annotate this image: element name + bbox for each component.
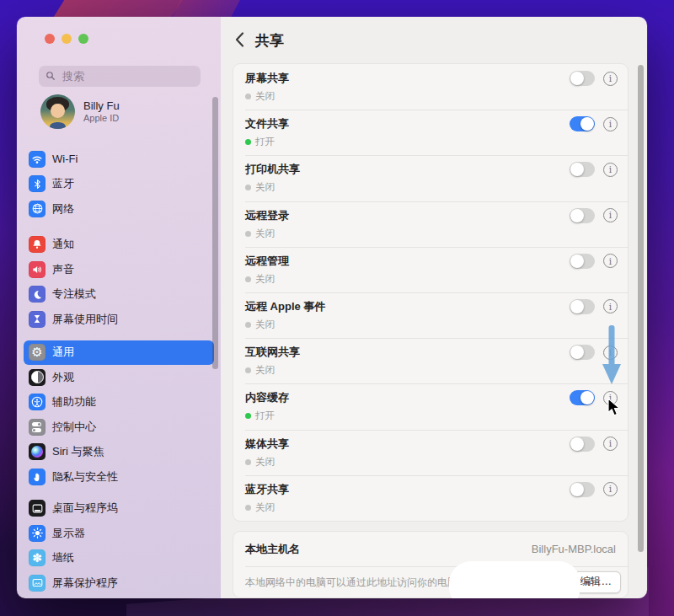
sidebar-item-notifications[interactable]: 通知 (24, 233, 214, 258)
general-icon: ⚙ (29, 344, 45, 361)
back-button[interactable] (232, 31, 247, 48)
sidebar-item-label: 显示器 (52, 526, 85, 541)
sidebar-item-label: 外观 (52, 370, 74, 385)
toggle[interactable] (570, 482, 595, 497)
sidebar-item-label: 隐私与安全性 (52, 469, 118, 485)
search-field[interactable] (39, 66, 201, 87)
info-button[interactable]: i (603, 208, 618, 222)
toggle[interactable] (570, 437, 595, 452)
info-button[interactable]: i (603, 437, 618, 451)
status-dot (245, 322, 251, 328)
displays-icon (29, 525, 45, 542)
service-row: 打印机共享关闭i (233, 155, 628, 201)
service-name: 蓝牙共享 (245, 482, 289, 496)
sidebar-item-wallpaper[interactable]: ✽墙纸 (24, 546, 214, 571)
toggle-knob (570, 483, 584, 496)
sidebar-item-label: 屏幕保护程序 (52, 576, 118, 591)
main-scrollbar[interactable] (638, 65, 644, 552)
toggle[interactable] (570, 254, 595, 269)
services-list: 屏幕共享关闭i文件共享打开i打印机共享关闭i远程登录关闭i远程管理关闭i远程 A… (233, 63, 629, 522)
status-text: 关闭 (255, 181, 275, 194)
toggle-knob (570, 345, 584, 359)
sidebar-group: 通知声音专注模式屏幕使用时间 (17, 233, 221, 332)
apple-id-profile[interactable]: Billy Fu Apple ID (40, 94, 211, 129)
info-button[interactable]: i (603, 299, 618, 313)
system-settings-window: Billy Fu Apple ID Wi-Fi蓝牙网络通知声音专注模式屏幕使用时… (17, 17, 647, 598)
service-status: 关闭 (245, 181, 300, 194)
status-dot (245, 276, 251, 282)
service-row: 媒体共享关闭i (233, 430, 628, 475)
info-icon: i (609, 257, 612, 266)
sidebar-item-bluetooth[interactable]: 蓝牙 (24, 172, 214, 197)
sidebar-item-screen-time[interactable]: 屏幕使用时间 (24, 307, 214, 332)
service-name: 媒体共享 (245, 437, 289, 451)
sidebar-item-label: 墙纸 (52, 550, 74, 565)
status-text: 关闭 (255, 364, 275, 377)
screen-time-icon (29, 311, 45, 328)
privacy-icon (29, 469, 45, 485)
info-icon: i (609, 211, 612, 220)
sidebar-item-label: 声音 (52, 262, 74, 277)
sidebar-nav: Wi-Fi蓝牙网络通知声音专注模式屏幕使用时间⚙通用外观辅助功能控制中心Siri… (17, 147, 221, 596)
info-button[interactable]: i (603, 117, 618, 131)
control-center-icon (29, 419, 45, 436)
sidebar-item-privacy[interactable]: 隐私与安全性 (24, 464, 214, 490)
sidebar-item-sound[interactable]: 声音 (24, 257, 214, 282)
sidebar-item-label: 屏幕使用时间 (52, 312, 118, 327)
info-icon: i (609, 303, 612, 312)
window-controls (17, 17, 221, 44)
minimize-button[interactable] (62, 34, 72, 44)
service-status: 关闭 (245, 90, 289, 103)
sidebar-item-desktop-dock[interactable]: 桌面与程序坞 (24, 496, 214, 522)
status-dot (245, 413, 251, 419)
service-name: 远程登录 (245, 208, 289, 222)
sidebar-item-label: 通用 (52, 345, 74, 360)
service-row: 文件共享打开i (233, 110, 628, 155)
sidebar-item-label: 辅助功能 (52, 394, 96, 410)
search-input[interactable] (61, 69, 182, 83)
hostname-value: BillyFu-MBP.local (532, 543, 616, 555)
status-dot (245, 185, 251, 190)
sidebar-item-control-center[interactable]: 控制中心 (24, 415, 214, 440)
status-text: 关闭 (255, 273, 275, 286)
info-button[interactable]: i (603, 254, 618, 268)
service-status: 打开 (245, 410, 289, 422)
toggle[interactable] (570, 390, 595, 405)
sidebar-item-general[interactable]: ⚙通用 (24, 340, 214, 366)
toggle[interactable] (570, 116, 595, 131)
desktop-dock-icon (29, 500, 45, 517)
sidebar-group: 桌面与程序坞显示器✽墙纸屏幕保护程序 (17, 496, 221, 596)
sidebar-item-wifi[interactable]: Wi-Fi (24, 147, 214, 172)
sharing-pane: 共享 屏幕共享关闭i文件共享打开i打印机共享关闭i远程登录关闭i远程管理关闭i远… (221, 17, 647, 598)
sidebar-item-focus[interactable]: 专注模式 (24, 282, 214, 308)
sidebar-item-siri[interactable]: Siri 与聚焦 (24, 440, 214, 465)
info-button[interactable]: i (603, 482, 618, 496)
toggle[interactable] (570, 208, 595, 223)
status-dot (245, 139, 251, 145)
toggle[interactable] (570, 299, 595, 314)
wallpaper-icon: ✽ (29, 549, 45, 566)
info-icon: i (609, 439, 612, 448)
sidebar-item-accessibility[interactable]: 辅助功能 (24, 390, 214, 415)
appearance-icon (29, 369, 45, 386)
sidebar-item-network[interactable]: 网络 (24, 196, 214, 222)
toggle[interactable] (570, 345, 595, 360)
toggle[interactable] (570, 71, 595, 86)
desktop-background: Billy Fu Apple ID Wi-Fi蓝牙网络通知声音专注模式屏幕使用时… (0, 0, 674, 616)
info-button[interactable]: i (603, 72, 618, 86)
mouse-cursor-icon (607, 398, 623, 418)
zoom-button[interactable] (78, 34, 88, 44)
close-button[interactable] (45, 34, 55, 44)
toggle[interactable] (570, 162, 595, 177)
info-button[interactable]: i (603, 163, 618, 177)
sidebar-item-displays[interactable]: 显示器 (24, 521, 214, 546)
service-row: 屏幕共享关闭i (233, 64, 628, 110)
service-row: 远程管理关闭i (233, 247, 628, 292)
service-row: 远程 Apple 事件关闭i (233, 292, 628, 338)
sidebar-item-label: 蓝牙 (52, 176, 74, 191)
service-status: 关闭 (245, 456, 289, 469)
sidebar-scrollbar[interactable] (212, 97, 218, 369)
sidebar-item-screen-saver[interactable]: 屏幕保护程序 (24, 570, 214, 596)
sidebar-item-label: 通知 (52, 237, 74, 252)
sidebar-item-appearance[interactable]: 外观 (24, 365, 214, 390)
